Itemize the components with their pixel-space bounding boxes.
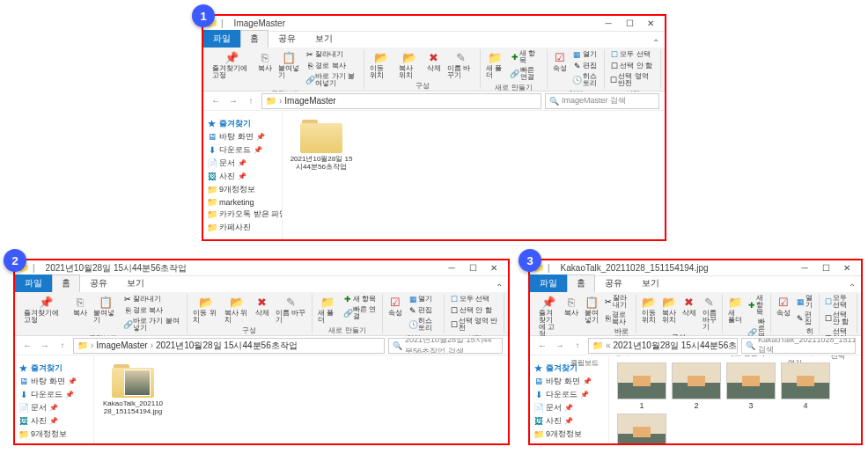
open-button[interactable]: ▦열기 (571, 49, 601, 60)
files-pane[interactable]: 1 2 3 4 5 (609, 355, 861, 443)
breadcrumb-segment[interactable]: 2021년10월28일 15시44분56초작업 (614, 340, 738, 352)
sidebar-downloads[interactable]: ⬇다운로드📌 (205, 143, 280, 157)
pin-button[interactable]: 📌즐겨찾기에 고정 (537, 294, 560, 339)
minimize-button[interactable]: ─ (441, 262, 462, 275)
cut-button[interactable]: ✂잘라내기 (603, 294, 631, 310)
sidebar-folder-9[interactable]: 📁9개정정보 (205, 183, 280, 196)
back-button[interactable]: ← (209, 94, 223, 108)
copy-button[interactable]: ⎘복사 (563, 294, 580, 318)
rename-button[interactable]: ✎이름 바꾸기 (445, 49, 476, 80)
back-button[interactable]: ← (20, 339, 34, 353)
tab-home[interactable]: 홈 (52, 275, 80, 292)
breadcrumb-segment[interactable]: ImageMaster (284, 96, 335, 106)
tab-share[interactable]: 공유 (80, 275, 117, 292)
delete-button[interactable]: ✖삭제 (680, 294, 698, 318)
sidebar-pictures[interactable]: 🖼사진📌 (17, 414, 92, 428)
breadcrumb[interactable]: 📁 › ImageMaster › 2021년10월28일 15시44분56초작… (73, 338, 385, 354)
sidebar-downloads[interactable]: ⬇다운로드📌 (17, 388, 92, 401)
up-button[interactable]: ↑ (55, 339, 70, 353)
up-button[interactable]: ↑ (244, 94, 258, 108)
minimize-button[interactable]: ─ (598, 18, 619, 30)
copy-to-button[interactable]: 📂복사 위치 (223, 294, 251, 325)
properties-button[interactable]: ☑속성 (551, 49, 569, 73)
sidebar-pictures[interactable]: 🖼사진📌 (205, 170, 280, 183)
sidebar-downloads[interactable]: ⬇다운로드📌 (532, 388, 607, 401)
ribbon-collapse-button[interactable]: ⌃ (843, 282, 861, 292)
edit-button[interactable]: ✎편집 (407, 305, 440, 316)
tab-share[interactable]: 공유 (595, 275, 632, 292)
select-all-button[interactable]: ☐모두 선택 (823, 294, 853, 310)
new-item-button[interactable]: ✚새 항목 (509, 49, 543, 65)
paste-button[interactable]: 📋붙여넣기 (92, 294, 119, 325)
image-item[interactable]: 1 (616, 362, 667, 410)
tab-home[interactable]: 홈 (240, 30, 268, 48)
cut-button[interactable]: ✂잘라내기 (304, 49, 360, 60)
pin-button[interactable]: 📌즐겨찾기에 고정 (210, 49, 254, 80)
delete-button[interactable]: ✖삭제 (425, 49, 443, 73)
invert-selection-button[interactable]: ☐선택 영역 반전 (448, 317, 500, 333)
paste-shortcut-button[interactable]: 🔗바로 가기 붙여넣기 (121, 317, 183, 333)
select-none-button[interactable]: ☐선택 안 함 (823, 311, 853, 326)
tab-share[interactable]: 공유 (268, 30, 305, 48)
rename-button[interactable]: ✎이름 바꾸기 (274, 294, 308, 325)
sidebar-pictures[interactable]: 🖼사진📌 (532, 414, 607, 428)
sidebar-folder-cafe[interactable]: 📁카페사진 (205, 221, 280, 234)
search-input[interactable]: 🔍 KakaoTalk_20211028_151154194.jpg 검색 (741, 338, 856, 354)
breadcrumb[interactable]: 📁 › ImageMaster (261, 93, 541, 109)
sidebar-folder-kakao[interactable]: 📁카카오톡 받은 파일 (205, 208, 280, 221)
new-item-button[interactable]: ✚새 항목 (747, 294, 767, 317)
new-item-button[interactable]: ✚새 항목 (342, 294, 379, 304)
sidebar-desktop[interactable]: 🖥바탕 화면📌 (532, 375, 607, 388)
close-button[interactable]: ✕ (836, 262, 857, 275)
edit-button[interactable]: ✎편집 (795, 311, 815, 326)
sidebar-folder-marketing[interactable]: 📁marketing (17, 441, 92, 443)
edit-button[interactable]: ✎편집 (571, 61, 601, 71)
move-to-button[interactable]: 📂이동 위치 (191, 294, 219, 325)
invert-selection-button[interactable]: ☐선택 영역 반전 (608, 72, 657, 88)
files-pane[interactable]: KakaoTalk_20211028_151154194.jpg (94, 355, 508, 443)
open-button[interactable]: ▦열기 (407, 294, 440, 304)
forward-button[interactable]: → (38, 339, 52, 353)
image-item[interactable]: 3 (725, 362, 776, 410)
pin-button[interactable]: 📌즐겨찾기에 고정 (22, 294, 69, 325)
move-to-button[interactable]: 📂이동 위치 (640, 294, 658, 325)
sidebar-quickaccess[interactable]: ★즐겨찾기 (205, 117, 280, 130)
sidebar-desktop[interactable]: 🖥바탕 화면📌 (17, 375, 92, 388)
copy-path-button[interactable]: ⎘경로 복사 (121, 305, 183, 316)
copy-to-button[interactable]: 📂복사 위치 (397, 49, 423, 80)
paste-shortcut-button[interactable]: 🔗바로 가기 붙여넣기 (304, 72, 360, 88)
folder-item[interactable]: KakaoTalk_20211028_151154194.jpg (101, 362, 165, 416)
tab-view[interactable]: 보기 (117, 275, 154, 292)
ribbon-collapse-button[interactable]: ⌃ (647, 38, 665, 48)
minimize-button[interactable]: ─ (794, 262, 815, 275)
image-item[interactable]: 2 (671, 362, 722, 410)
cut-button[interactable]: ✂잘라내기 (121, 294, 183, 304)
select-all-button[interactable]: ☐모두 선택 (608, 49, 657, 60)
easy-access-button[interactable]: 🔗빠른 연결 (342, 305, 379, 321)
sidebar-documents[interactable]: 📄문서📌 (532, 401, 607, 414)
copy-path-button[interactable]: ⎘경로 복사 (304, 61, 360, 71)
maximize-button[interactable]: ☐ (462, 262, 483, 275)
image-item[interactable]: 5 (616, 414, 667, 443)
image-item[interactable]: 4 (780, 362, 831, 410)
copy-path-button[interactable]: ⎘경로 복사 (603, 311, 631, 326)
search-input[interactable]: 🔍 ImageMaster 검색 (545, 93, 659, 109)
tab-view[interactable]: 보기 (305, 30, 342, 48)
tab-file[interactable]: 파일 (15, 275, 52, 292)
select-none-button[interactable]: ☐선택 안 함 (608, 61, 657, 71)
sidebar-folder-9[interactable]: 📁9개정정보 (532, 428, 607, 441)
delete-button[interactable]: ✖삭제 (254, 294, 271, 318)
properties-button[interactable]: ☑속성 (386, 294, 404, 318)
search-input[interactable]: 🔍 2021년10월28일 15시44분56초작업 검색 (388, 338, 503, 354)
paste-button[interactable]: 📋붙여넣기 (583, 294, 600, 325)
properties-button[interactable]: ☑속성 (775, 294, 792, 318)
paste-button[interactable]: 📋붙여넣기 (276, 49, 302, 80)
sidebar-quickaccess[interactable]: ★즐겨찾기 (532, 362, 607, 375)
select-none-button[interactable]: ☐선택 안 함 (448, 305, 500, 316)
sidebar-folder-chisik[interactable]: 📁지식인정보 (532, 441, 607, 443)
tab-file[interactable]: 파일 (530, 275, 567, 292)
breadcrumb-segment[interactable]: 2021년10월28일 15시44분56초작업 (156, 340, 298, 352)
close-button[interactable]: ✕ (483, 262, 504, 275)
up-button[interactable]: ↑ (570, 339, 585, 353)
maximize-button[interactable]: ☐ (619, 18, 640, 30)
